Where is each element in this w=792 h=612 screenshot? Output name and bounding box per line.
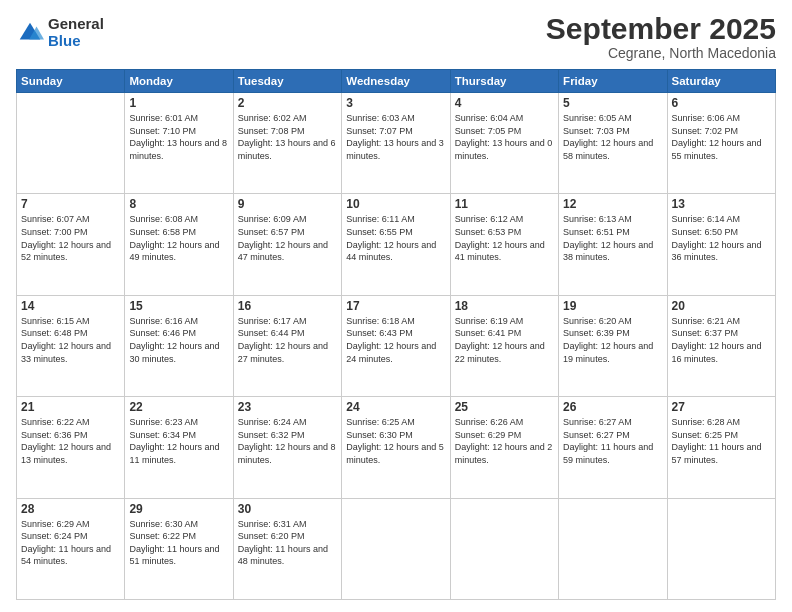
page: General Blue September 2025 Cegrane, Nor…	[0, 0, 792, 612]
cell-info: Sunrise: 6:02 AMSunset: 7:08 PMDaylight:…	[238, 112, 337, 162]
calendar-cell: 26Sunrise: 6:27 AMSunset: 6:27 PMDayligh…	[559, 397, 667, 498]
cell-info: Sunrise: 6:04 AMSunset: 7:05 PMDaylight:…	[455, 112, 554, 162]
cell-info: Sunrise: 6:26 AMSunset: 6:29 PMDaylight:…	[455, 416, 554, 466]
calendar-cell: 22Sunrise: 6:23 AMSunset: 6:34 PMDayligh…	[125, 397, 233, 498]
day-header-saturday: Saturday	[667, 70, 775, 93]
cell-info: Sunrise: 6:16 AMSunset: 6:46 PMDaylight:…	[129, 315, 228, 365]
day-header-monday: Monday	[125, 70, 233, 93]
logo: General Blue	[16, 12, 104, 49]
calendar-cell: 17Sunrise: 6:18 AMSunset: 6:43 PMDayligh…	[342, 295, 450, 396]
day-number: 14	[21, 299, 120, 313]
calendar-cell: 9Sunrise: 6:09 AMSunset: 6:57 PMDaylight…	[233, 194, 341, 295]
calendar-cell: 10Sunrise: 6:11 AMSunset: 6:55 PMDayligh…	[342, 194, 450, 295]
calendar-cell: 5Sunrise: 6:05 AMSunset: 7:03 PMDaylight…	[559, 93, 667, 194]
calendar-cell: 13Sunrise: 6:14 AMSunset: 6:50 PMDayligh…	[667, 194, 775, 295]
calendar-cell: 18Sunrise: 6:19 AMSunset: 6:41 PMDayligh…	[450, 295, 558, 396]
day-number: 8	[129, 197, 228, 211]
day-number: 2	[238, 96, 337, 110]
cell-info: Sunrise: 6:18 AMSunset: 6:43 PMDaylight:…	[346, 315, 445, 365]
day-number: 1	[129, 96, 228, 110]
day-header-thursday: Thursday	[450, 70, 558, 93]
cell-info: Sunrise: 6:03 AMSunset: 7:07 PMDaylight:…	[346, 112, 445, 162]
calendar-cell: 11Sunrise: 6:12 AMSunset: 6:53 PMDayligh…	[450, 194, 558, 295]
logo-general: General	[48, 16, 104, 33]
cell-info: Sunrise: 6:13 AMSunset: 6:51 PMDaylight:…	[563, 213, 662, 263]
day-header-sunday: Sunday	[17, 70, 125, 93]
calendar-cell: 24Sunrise: 6:25 AMSunset: 6:30 PMDayligh…	[342, 397, 450, 498]
day-number: 10	[346, 197, 445, 211]
calendar-cell: 8Sunrise: 6:08 AMSunset: 6:58 PMDaylight…	[125, 194, 233, 295]
calendar-cell: 3Sunrise: 6:03 AMSunset: 7:07 PMDaylight…	[342, 93, 450, 194]
calendar-cell: 2Sunrise: 6:02 AMSunset: 7:08 PMDaylight…	[233, 93, 341, 194]
calendar-cell: 6Sunrise: 6:06 AMSunset: 7:02 PMDaylight…	[667, 93, 775, 194]
cell-info: Sunrise: 6:07 AMSunset: 7:00 PMDaylight:…	[21, 213, 120, 263]
logo-icon	[16, 19, 44, 47]
calendar-cell: 15Sunrise: 6:16 AMSunset: 6:46 PMDayligh…	[125, 295, 233, 396]
calendar-cell: 1Sunrise: 6:01 AMSunset: 7:10 PMDaylight…	[125, 93, 233, 194]
cell-info: Sunrise: 6:30 AMSunset: 6:22 PMDaylight:…	[129, 518, 228, 568]
logo-text: General Blue	[48, 16, 104, 49]
day-number: 12	[563, 197, 662, 211]
day-header-friday: Friday	[559, 70, 667, 93]
title-block: September 2025 Cegrane, North Macedonia	[546, 12, 776, 61]
cell-info: Sunrise: 6:20 AMSunset: 6:39 PMDaylight:…	[563, 315, 662, 365]
cell-info: Sunrise: 6:14 AMSunset: 6:50 PMDaylight:…	[672, 213, 771, 263]
calendar-week-row: 1Sunrise: 6:01 AMSunset: 7:10 PMDaylight…	[17, 93, 776, 194]
day-number: 19	[563, 299, 662, 313]
cell-info: Sunrise: 6:23 AMSunset: 6:34 PMDaylight:…	[129, 416, 228, 466]
calendar-cell: 7Sunrise: 6:07 AMSunset: 7:00 PMDaylight…	[17, 194, 125, 295]
day-number: 18	[455, 299, 554, 313]
cell-info: Sunrise: 6:24 AMSunset: 6:32 PMDaylight:…	[238, 416, 337, 466]
calendar-cell: 29Sunrise: 6:30 AMSunset: 6:22 PMDayligh…	[125, 498, 233, 599]
cell-info: Sunrise: 6:12 AMSunset: 6:53 PMDaylight:…	[455, 213, 554, 263]
cell-info: Sunrise: 6:22 AMSunset: 6:36 PMDaylight:…	[21, 416, 120, 466]
day-number: 4	[455, 96, 554, 110]
cell-info: Sunrise: 6:19 AMSunset: 6:41 PMDaylight:…	[455, 315, 554, 365]
calendar-cell: 16Sunrise: 6:17 AMSunset: 6:44 PMDayligh…	[233, 295, 341, 396]
calendar-cell: 27Sunrise: 6:28 AMSunset: 6:25 PMDayligh…	[667, 397, 775, 498]
day-number: 30	[238, 502, 337, 516]
cell-info: Sunrise: 6:09 AMSunset: 6:57 PMDaylight:…	[238, 213, 337, 263]
calendar-cell: 19Sunrise: 6:20 AMSunset: 6:39 PMDayligh…	[559, 295, 667, 396]
calendar-cell: 21Sunrise: 6:22 AMSunset: 6:36 PMDayligh…	[17, 397, 125, 498]
calendar-cell	[342, 498, 450, 599]
day-number: 23	[238, 400, 337, 414]
day-number: 22	[129, 400, 228, 414]
cell-info: Sunrise: 6:08 AMSunset: 6:58 PMDaylight:…	[129, 213, 228, 263]
calendar-week-row: 21Sunrise: 6:22 AMSunset: 6:36 PMDayligh…	[17, 397, 776, 498]
calendar-cell	[17, 93, 125, 194]
cell-info: Sunrise: 6:28 AMSunset: 6:25 PMDaylight:…	[672, 416, 771, 466]
day-number: 6	[672, 96, 771, 110]
day-header-tuesday: Tuesday	[233, 70, 341, 93]
cell-info: Sunrise: 6:27 AMSunset: 6:27 PMDaylight:…	[563, 416, 662, 466]
cell-info: Sunrise: 6:05 AMSunset: 7:03 PMDaylight:…	[563, 112, 662, 162]
calendar-cell: 28Sunrise: 6:29 AMSunset: 6:24 PMDayligh…	[17, 498, 125, 599]
cell-info: Sunrise: 6:17 AMSunset: 6:44 PMDaylight:…	[238, 315, 337, 365]
day-number: 15	[129, 299, 228, 313]
day-number: 27	[672, 400, 771, 414]
day-number: 20	[672, 299, 771, 313]
cell-info: Sunrise: 6:21 AMSunset: 6:37 PMDaylight:…	[672, 315, 771, 365]
calendar-header-row: SundayMondayTuesdayWednesdayThursdayFrid…	[17, 70, 776, 93]
calendar-cell: 25Sunrise: 6:26 AMSunset: 6:29 PMDayligh…	[450, 397, 558, 498]
day-number: 3	[346, 96, 445, 110]
month-title: September 2025	[546, 12, 776, 45]
cell-info: Sunrise: 6:01 AMSunset: 7:10 PMDaylight:…	[129, 112, 228, 162]
calendar-cell: 30Sunrise: 6:31 AMSunset: 6:20 PMDayligh…	[233, 498, 341, 599]
calendar-cell: 12Sunrise: 6:13 AMSunset: 6:51 PMDayligh…	[559, 194, 667, 295]
calendar-table: SundayMondayTuesdayWednesdayThursdayFrid…	[16, 69, 776, 600]
calendar-cell: 23Sunrise: 6:24 AMSunset: 6:32 PMDayligh…	[233, 397, 341, 498]
day-number: 9	[238, 197, 337, 211]
day-number: 21	[21, 400, 120, 414]
calendar-cell	[667, 498, 775, 599]
day-header-wednesday: Wednesday	[342, 70, 450, 93]
calendar-cell: 20Sunrise: 6:21 AMSunset: 6:37 PMDayligh…	[667, 295, 775, 396]
cell-info: Sunrise: 6:15 AMSunset: 6:48 PMDaylight:…	[21, 315, 120, 365]
day-number: 25	[455, 400, 554, 414]
day-number: 7	[21, 197, 120, 211]
cell-info: Sunrise: 6:11 AMSunset: 6:55 PMDaylight:…	[346, 213, 445, 263]
day-number: 28	[21, 502, 120, 516]
calendar-cell	[559, 498, 667, 599]
day-number: 24	[346, 400, 445, 414]
day-number: 29	[129, 502, 228, 516]
